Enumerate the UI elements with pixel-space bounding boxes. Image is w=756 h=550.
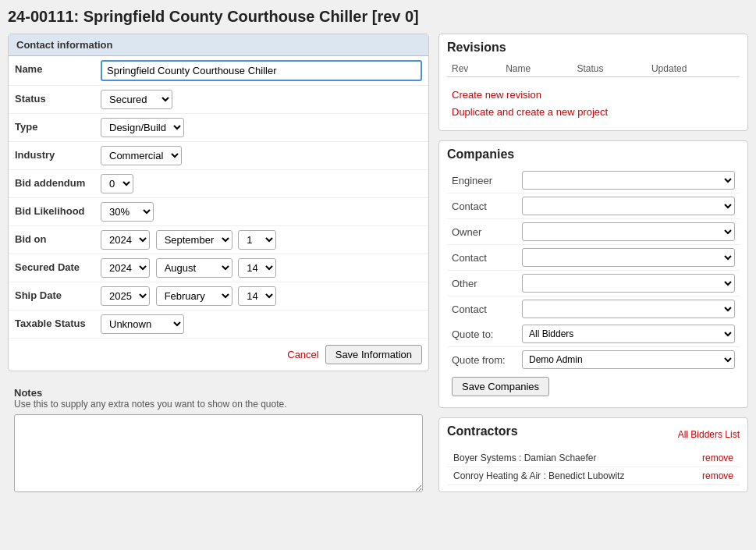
secured-date-day-select[interactable]: 1234567891011121314151617181920212223242… (238, 258, 276, 278)
company-select[interactable] (522, 197, 735, 215)
contractors-title: Contractors (447, 424, 518, 438)
rev-col-header: Rev (447, 61, 501, 77)
industry-select[interactable]: CommercialIndustrialResidential (101, 146, 182, 165)
contractor-name: Boyer Systems : Damian Schaefer (453, 452, 596, 463)
bid-likelihood-label: Bid Likelihood (15, 202, 101, 217)
company-label: Contact (447, 245, 517, 271)
quote-to-label: Quote to: (447, 321, 517, 347)
company-label: Contact (447, 193, 517, 219)
contractor-remove-button[interactable]: remove (702, 470, 733, 481)
contractor-name: Conroy Heating & Air : Benedict Lubowitz (453, 470, 624, 481)
bid-on-year-select[interactable]: 202320242025 (101, 230, 150, 250)
quote-options-table: Quote to: All BiddersEngineerOwnerOther … (447, 321, 740, 372)
company-row: Owner (447, 219, 740, 245)
save-companies-button[interactable]: Save Companies (452, 377, 549, 396)
status-col-header: Status (572, 61, 646, 77)
company-label: Contact (447, 296, 517, 322)
status-label: Status (15, 90, 101, 105)
company-select[interactable] (522, 248, 735, 267)
company-label: Engineer (447, 168, 517, 193)
secured-date-label: Secured Date (15, 258, 101, 273)
company-label: Owner (447, 219, 517, 245)
page-title: 24-00111: Springfield County Courthouse … (8, 8, 748, 26)
contractor-row: Conroy Heating & Air : Benedict Lubowitz… (447, 467, 740, 485)
company-row: Contact (447, 193, 740, 219)
secured-date-year-select[interactable]: 202320242025 (101, 258, 150, 278)
revisions-table: Rev Name Status Updated (447, 61, 740, 77)
company-row: Other (447, 271, 740, 296)
taxable-status-label: Taxable Status (15, 314, 101, 329)
taxable-status-select[interactable]: UnknownTaxableNon-Taxable (101, 314, 184, 334)
company-select[interactable] (522, 274, 735, 293)
ship-date-label: Ship Date (15, 286, 101, 301)
company-select[interactable] (522, 222, 735, 241)
quote-from-label: Quote from: (447, 347, 517, 373)
quote-from-select[interactable]: Demo AdminAdmin 2 (522, 350, 735, 369)
duplicate-project-link[interactable]: Duplicate and create a new project (452, 104, 735, 121)
bid-on-day-select[interactable]: 1234567891011121314151617181920212223242… (238, 230, 276, 250)
updated-col-header: Updated (647, 61, 740, 77)
create-revision-link[interactable]: Create new revision (452, 87, 735, 104)
bid-addendum-select[interactable]: 0123 (101, 174, 133, 193)
company-row: Engineer (447, 168, 740, 193)
name-label: Name (15, 60, 101, 75)
secured-date-month-select[interactable]: JanuaryFebruaryMarchAprilMayJuneJulyAugu… (156, 258, 232, 278)
companies-table: EngineerContactOwnerContactOtherContact (447, 168, 740, 321)
notes-title: Notes (14, 387, 423, 399)
quote-to-select[interactable]: All BiddersEngineerOwnerOther (522, 325, 735, 343)
revisions-title: Revisions (447, 41, 740, 55)
company-select[interactable] (522, 300, 735, 318)
cancel-button[interactable]: Cancel (287, 345, 318, 364)
bid-likelihood-select[interactable]: 10%20%30%40%50%60%70%80%90%100% (101, 202, 154, 222)
bid-addendum-label: Bid addendum (15, 174, 101, 189)
company-row: Contact (447, 245, 740, 271)
contractors-list: Boyer Systems : Damian SchaeferremoveCon… (447, 449, 740, 485)
type-select[interactable]: Design/BuildBid/BuildOther (101, 118, 184, 137)
status-select[interactable]: SecuredPendingLostCancelled (101, 90, 172, 109)
ship-date-year-select[interactable]: 2023202420252026 (101, 286, 150, 306)
company-row: Contact (447, 296, 740, 322)
industry-label: Industry (15, 146, 101, 161)
all-bidders-link[interactable]: All Bidders List (678, 429, 740, 440)
contact-info-header: Contact information (9, 34, 428, 56)
type-label: Type (15, 118, 101, 133)
notes-hint: Use this to supply any extra notes you w… (14, 399, 423, 410)
notes-textarea[interactable] (14, 414, 423, 492)
companies-title: Companies (447, 147, 740, 161)
contractor-remove-button[interactable]: remove (702, 452, 733, 463)
company-label: Other (447, 271, 517, 296)
ship-date-day-select[interactable]: 1234567891011121314151617181920212223242… (238, 286, 276, 306)
contractor-row: Boyer Systems : Damian Schaeferremove (447, 449, 740, 467)
save-information-button[interactable]: Save Information (325, 345, 422, 364)
name-col-header: Name (501, 61, 572, 77)
company-select[interactable] (522, 171, 735, 190)
name-input[interactable] (101, 60, 422, 81)
bid-on-label: Bid on (15, 230, 101, 245)
ship-date-month-select[interactable]: JanuaryFebruaryMarchAprilMayJuneJulyAugu… (156, 286, 232, 306)
bid-on-month-select[interactable]: JanuaryFebruaryMarchAprilMayJuneJulyAugu… (156, 230, 232, 250)
